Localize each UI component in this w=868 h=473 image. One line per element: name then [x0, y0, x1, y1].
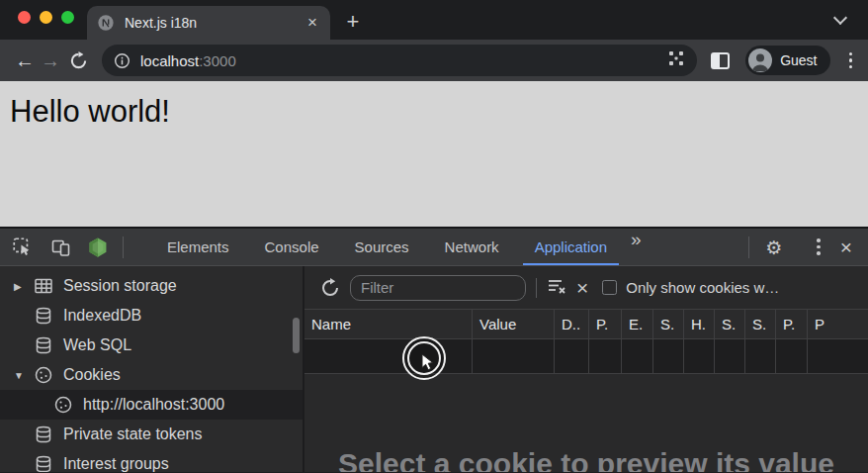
- column-header-priority[interactable]: P: [808, 310, 868, 338]
- page-content: Hello world!: [0, 81, 868, 227]
- devtools-menu-icon[interactable]: [813, 235, 825, 259]
- device-toolbar-icon[interactable]: [49, 236, 71, 258]
- devtools-toolbar: Elements Console Sources Network Applica…: [0, 229, 868, 266]
- sidebar-item-label: Web SQL: [63, 336, 131, 354]
- cookie-icon: [34, 365, 53, 385]
- tab-sources[interactable]: Sources: [337, 229, 427, 265]
- traffic-lights: [18, 11, 74, 24]
- cookie-preview-pane: Select a cookie to preview its value: [304, 374, 868, 472]
- column-header-path[interactable]: P.: [589, 310, 622, 338]
- sidebar-item-indexeddb[interactable]: IndexedDB: [0, 301, 303, 331]
- cookies-table-header: Name Value D.. P. E. S. H. S. S. P. P: [304, 310, 868, 339]
- tab-console[interactable]: Console: [247, 229, 337, 265]
- column-header-expires[interactable]: E.: [622, 310, 653, 338]
- sidebar-item-label: Interest groups: [63, 455, 169, 472]
- disclosure-collapsed-icon[interactable]: ▶: [14, 281, 34, 292]
- only-show-label[interactable]: Only show cookies w…: [626, 279, 858, 296]
- nextjs-favicon-icon: [97, 14, 115, 32]
- column-header-httponly[interactable]: H.: [684, 310, 715, 338]
- browser-window: Next.js i18n × + ← → localhost:3000: [0, 0, 868, 473]
- cookie-icon: [53, 395, 73, 415]
- settings-gear-icon[interactable]: ⚙: [765, 236, 782, 258]
- title-bar: Next.js i18n × +: [0, 0, 868, 40]
- table-icon: [34, 276, 53, 296]
- column-header-size[interactable]: S.: [653, 310, 684, 338]
- tab-network[interactable]: Network: [427, 229, 517, 265]
- click-indicator: [402, 336, 446, 380]
- side-panel-icon[interactable]: [711, 52, 730, 69]
- back-button[interactable]: ←: [12, 41, 38, 80]
- only-show-checkbox[interactable]: [602, 280, 617, 295]
- sidebar-item-localhost-cookies[interactable]: http://localhost:3000: [0, 390, 303, 420]
- zoom-window-button[interactable]: [61, 11, 74, 24]
- sidebar-item-label: http://localhost:3000: [83, 396, 224, 414]
- sidebar-item-web-sql[interactable]: Web SQL: [0, 331, 303, 360]
- disclosure-expanded-icon[interactable]: ▼: [14, 370, 34, 381]
- cursor-arrow-icon: [420, 353, 438, 373]
- column-header-secure[interactable]: S.: [715, 310, 745, 338]
- tab-application[interactable]: Application: [517, 229, 625, 265]
- application-sidebar: ▶ Session storage: [0, 266, 304, 472]
- sidebar-item-label: Session storage: [63, 277, 177, 295]
- more-tabs-icon[interactable]: »: [625, 229, 646, 265]
- avatar: [748, 48, 772, 72]
- inspect-element-icon[interactable]: [11, 236, 33, 258]
- sidebar-scrollbar[interactable]: [293, 318, 300, 353]
- browser-menu-icon[interactable]: [845, 48, 857, 73]
- reload-button[interactable]: [69, 51, 88, 70]
- toolbar-divider: [123, 236, 124, 258]
- column-header-value[interactable]: Value: [473, 310, 555, 338]
- database-icon: [34, 306, 53, 326]
- devtools-close-icon[interactable]: ×: [840, 236, 852, 257]
- column-header-partition[interactable]: P.: [776, 310, 808, 338]
- database-icon: [34, 425, 53, 444]
- refresh-cookies-icon[interactable]: [320, 278, 340, 298]
- column-header-domain[interactable]: D..: [555, 310, 589, 338]
- delete-all-icon[interactable]: ×: [576, 277, 588, 298]
- minimize-window-button[interactable]: [40, 11, 52, 24]
- profile-button[interactable]: Guest: [745, 46, 829, 75]
- tab-title: Next.js i18n: [125, 15, 304, 31]
- cookies-table: Name Value D.. P. E. S. H. S. S. P. P: [304, 310, 868, 374]
- column-header-name[interactable]: Name: [304, 310, 473, 338]
- address-bar[interactable]: localhost:3000: [102, 45, 697, 76]
- clear-filter-icon[interactable]: [547, 276, 566, 300]
- profile-label: Guest: [780, 52, 817, 68]
- sidebar-item-label: IndexedDB: [63, 307, 141, 325]
- navigation-bar: ← → localhost:3000: [0, 40, 868, 81]
- chevron-down-icon[interactable]: [833, 11, 847, 25]
- page-heading: Hello world!: [10, 94, 858, 130]
- sidebar-item-label: Cookies: [63, 366, 121, 384]
- sidebar-item-interest-groups[interactable]: Interest groups: [0, 449, 303, 472]
- sidebar-item-label: Private state tokens: [63, 426, 203, 443]
- sidebar-item-private-state-tokens[interactable]: Private state tokens: [0, 420, 303, 449]
- devtools-tabs: Elements Console Sources Network Applica…: [149, 229, 646, 265]
- cookies-toolbar: × Only show cookies w…: [304, 266, 868, 310]
- toolbar-divider: [748, 236, 749, 258]
- tab-close-icon[interactable]: ×: [304, 13, 320, 33]
- sidebar-item-session-storage[interactable]: ▶ Session storage: [0, 271, 303, 301]
- tab-grid-icon[interactable]: [667, 49, 685, 71]
- browser-tab[interactable]: Next.js i18n ×: [87, 6, 330, 40]
- column-header-samesite[interactable]: S.: [745, 310, 776, 338]
- tab-elements[interactable]: Elements: [149, 229, 247, 265]
- close-window-button[interactable]: [18, 11, 31, 24]
- empty-state-message: Select a cookie to preview its value: [338, 447, 834, 472]
- forward-button[interactable]: →: [38, 41, 63, 80]
- filter-input[interactable]: [350, 275, 526, 301]
- database-icon: [34, 454, 53, 472]
- toolbar-divider: [536, 278, 537, 298]
- nodejs-icon[interactable]: [87, 236, 109, 258]
- url-host: localhost: [140, 52, 199, 69]
- cookies-empty-row[interactable]: [304, 339, 868, 374]
- new-tab-button[interactable]: +: [339, 8, 367, 36]
- url-port: :3000: [199, 52, 236, 69]
- cookies-panel: × Only show cookies w… Name Value D.. P.…: [304, 266, 868, 472]
- sidebar-item-cookies[interactable]: ▼ Cookies: [0, 360, 303, 390]
- database-icon: [34, 335, 53, 355]
- site-info-icon[interactable]: [114, 52, 130, 69]
